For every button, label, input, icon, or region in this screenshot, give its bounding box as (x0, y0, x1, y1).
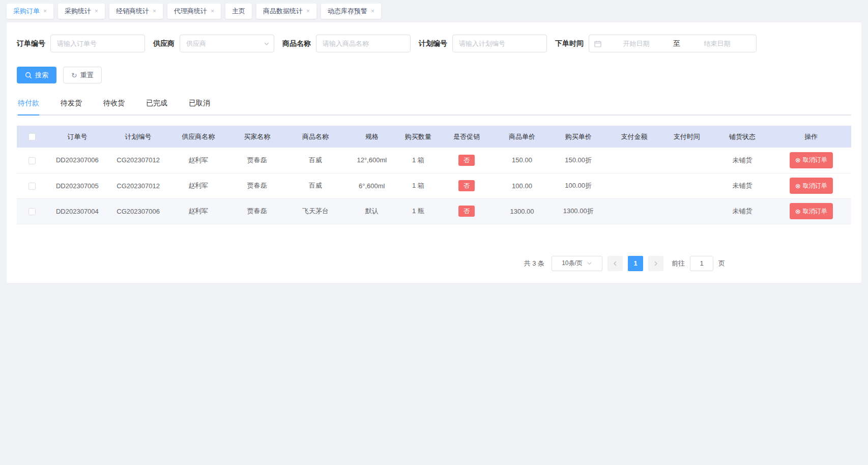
cancel-order-button[interactable]: ⊗ 取消订单 (790, 152, 833, 168)
promo-badge: 否 (458, 180, 475, 191)
supplier-select[interactable] (180, 35, 274, 52)
refresh-icon: ↻ (71, 72, 77, 79)
cell-order-no: DD202307004 (47, 198, 108, 224)
cell-pay-time (660, 148, 713, 173)
cell-unit-price: 150.00 (496, 148, 548, 173)
cell-buyer: 贾春磊 (228, 148, 286, 173)
tab-purchase-stats[interactable]: 采购统计 × (58, 4, 105, 19)
close-icon[interactable]: × (211, 8, 214, 14)
orders-table: 订单号 计划编号 供应商名称 买家名称 商品名称 规格 购买数量 是否促销 商品… (17, 126, 851, 224)
page-number-1[interactable]: 1 (628, 256, 643, 271)
cell-spec: 12°,600ml (345, 148, 399, 173)
table-header-row: 订单号 计划编号 供应商名称 买家名称 商品名称 规格 购买数量 是否促销 商品… (17, 126, 851, 148)
cell-buy-price: 100.00折 (548, 173, 609, 198)
close-icon[interactable]: × (371, 8, 374, 14)
row-checkbox[interactable] (28, 157, 36, 164)
header-product: 商品名称 (286, 126, 345, 148)
tab-label: 采购统计 (65, 7, 91, 16)
status-tab-pending-receipt[interactable]: 待收货 (103, 99, 125, 114)
status-tab-pending-payment[interactable]: 待付款 (18, 99, 39, 114)
start-date-placeholder[interactable]: 开始日期 (602, 39, 670, 48)
header-order-no: 订单号 (47, 126, 108, 148)
cancel-order-button[interactable]: ⊗ 取消订单 (790, 203, 833, 219)
reset-button[interactable]: ↻ 重置 (63, 67, 102, 83)
tab-stock-alert[interactable]: 动态库存预警 × (321, 4, 381, 19)
cell-pay-time (660, 173, 713, 198)
header-pay-amount: 支付金额 (609, 126, 660, 148)
header-promo: 是否促销 (438, 126, 496, 148)
order-time-label: 下单时间 (555, 39, 584, 48)
tab-label: 经销商统计 (116, 7, 149, 16)
table-row: DD202307006 CG202307012 赵利军 贾春磊 百威 12°,6… (17, 148, 851, 173)
tab-agent-stats[interactable]: 代理商统计 × (167, 4, 221, 19)
cell-buy-price: 1300.00折 (548, 198, 609, 224)
status-tab-completed[interactable]: 已完成 (146, 99, 167, 114)
status-tab-pending-shipment[interactable]: 待发货 (61, 99, 82, 114)
cell-order-no: DD202307005 (47, 173, 108, 198)
filter-plan-no: 计划编号 (419, 35, 547, 52)
cell-supplier: 赵利军 (168, 148, 227, 173)
cell-unit-price: 1300.00 (496, 198, 548, 224)
header-buy-price: 购买单价 (548, 126, 609, 148)
cell-supplier: 赵利军 (168, 198, 227, 224)
cell-unit-price: 100.00 (496, 173, 548, 198)
cell-spec: 默认 (345, 198, 399, 224)
cell-plan-no: CG202307006 (108, 198, 169, 224)
cell-buy-price: 150.00折 (548, 148, 609, 173)
search-button[interactable]: 搜索 (17, 67, 56, 83)
cell-product: 百威 (286, 173, 345, 198)
table-row: DD202307004 CG202307006 赵利军 贾春磊 飞天茅台 默认 … (17, 198, 851, 224)
promo-badge: 否 (458, 206, 475, 217)
header-plan-no: 计划编号 (108, 126, 169, 148)
select-all-checkbox[interactable] (28, 133, 36, 140)
cancel-order-button[interactable]: ⊗ 取消订单 (790, 178, 833, 194)
cell-spec: 6°,600ml (345, 173, 399, 198)
end-date-placeholder[interactable]: 结束日期 (683, 39, 751, 48)
page-size-select[interactable]: 10条/页 (552, 256, 602, 271)
header-select-all (17, 126, 47, 148)
page-size-value: 10条/页 (562, 259, 583, 268)
date-range-picker[interactable]: 开始日期 至 结束日期 (589, 35, 757, 52)
header-unit-price: 商品单价 (496, 126, 548, 148)
calendar-icon (594, 40, 601, 47)
close-icon[interactable]: × (153, 8, 156, 14)
product-name-label: 商品名称 (282, 39, 311, 48)
cell-buyer: 贾春磊 (228, 198, 286, 224)
cell-qty: 1 箱 (399, 148, 437, 173)
row-checkbox[interactable] (28, 208, 36, 215)
cell-plan-no: CG202307012 (108, 148, 169, 173)
cell-product: 百威 (286, 148, 345, 173)
cell-stock-status: 未铺货 (713, 148, 771, 173)
tab-dealer-stats[interactable]: 经销商统计 × (109, 4, 163, 19)
toolbar: 搜索 ↻ 重置 (17, 67, 851, 83)
cell-order-no: DD202307006 (47, 148, 108, 173)
tab-product-data-stats[interactable]: 商品数据统计 × (256, 4, 316, 19)
prev-page-button[interactable] (607, 256, 623, 271)
order-no-input[interactable] (50, 35, 145, 52)
close-icon[interactable]: × (43, 8, 47, 14)
supplier-select-input[interactable] (180, 35, 274, 52)
tab-label: 代理商统计 (174, 7, 207, 16)
filter-order-no: 订单编号 (17, 35, 145, 52)
header-qty: 购买数量 (399, 126, 437, 148)
goto-page-input[interactable] (690, 256, 713, 271)
tab-label: 商品数据统计 (263, 7, 303, 16)
close-icon[interactable]: × (306, 8, 310, 14)
plan-no-label: 计划编号 (419, 39, 447, 48)
next-page-button[interactable] (648, 256, 663, 271)
header-pay-time: 支付时间 (660, 126, 713, 148)
tab-purchase-orders[interactable]: 采购订单 × (7, 4, 53, 19)
header-supplier: 供应商名称 (168, 126, 227, 148)
cell-stock-status: 未铺货 (713, 198, 771, 224)
product-name-input[interactable] (316, 35, 411, 52)
close-icon[interactable]: × (95, 8, 98, 14)
header-actions: 操作 (771, 126, 852, 148)
plan-no-input[interactable] (452, 35, 547, 52)
cell-qty: 1 瓶 (399, 198, 437, 224)
row-checkbox[interactable] (28, 183, 36, 190)
status-tab-cancelled[interactable]: 已取消 (189, 99, 210, 114)
tab-home[interactable]: 主页 (225, 4, 252, 19)
cell-supplier: 赵利军 (168, 173, 227, 198)
chevron-down-icon (587, 260, 592, 266)
chevron-right-icon (653, 260, 659, 267)
